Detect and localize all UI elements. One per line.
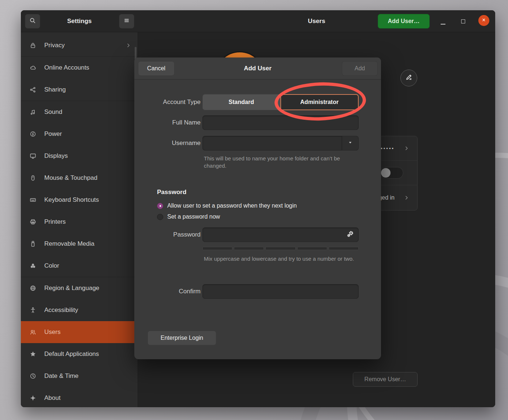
sidebar-item-label: Color <box>44 262 131 270</box>
sidebar-item-privacy[interactable]: Privacy <box>21 34 138 56</box>
username-hint: This will be used to name your home fold… <box>204 155 355 170</box>
sidebar-item-label: Sharing <box>44 86 131 93</box>
clock-icon <box>30 373 36 379</box>
strength-segment <box>329 247 359 250</box>
sidebar: PrivacyOnline AccountsSharingSoundPowerD… <box>21 32 138 407</box>
dropdown-arrow-icon <box>348 140 353 146</box>
strength-segment <box>234 247 264 250</box>
star-icon <box>30 351 36 357</box>
username-field[interactable] <box>202 136 342 150</box>
password-hint: Mix uppercase and lowercase and try to u… <box>204 255 355 263</box>
maximize-button[interactable] <box>461 19 465 23</box>
chevron-right-icon <box>404 146 409 151</box>
edit-avatar-button[interactable] <box>400 70 417 86</box>
sidebar-item-label: Default Applications <box>44 350 131 358</box>
sidebar-item-label: Users <box>44 328 131 336</box>
username-dropdown-button[interactable] <box>342 136 359 150</box>
confirm-label: Confirm <box>134 284 201 299</box>
standard-option[interactable]: Standard <box>202 94 280 110</box>
sidebar-item-label: Printers <box>44 218 131 226</box>
hamburger-menu-button[interactable] <box>119 14 134 29</box>
password-strength-meter <box>202 247 359 250</box>
radio-selected-icon <box>157 203 163 209</box>
strength-segment <box>202 247 232 250</box>
sidebar-item-sound[interactable]: Sound <box>21 101 138 123</box>
add-user-button[interactable]: Add User… <box>378 14 430 29</box>
accessibility-icon <box>30 307 36 313</box>
sidebar-item-label: About <box>44 394 131 402</box>
radio-set-now-label: Set a password now <box>167 213 220 220</box>
lock-icon <box>30 42 36 49</box>
username-combo <box>202 136 359 150</box>
sparkle-icon <box>30 395 36 401</box>
sidebar-item-label: Removable Media <box>44 240 131 248</box>
remove-user-button[interactable]: Remove User… <box>353 372 418 387</box>
enterprise-login-button[interactable]: Enterprise Login <box>147 331 216 345</box>
account-type-segmented-control: Standard Administrator <box>202 94 359 110</box>
display-icon <box>30 153 36 159</box>
radio-set-password-now[interactable]: Set a password now <box>157 213 220 220</box>
sidebar-item-label: Power <box>44 130 131 138</box>
page-title: Users <box>138 10 495 32</box>
gears-icon <box>346 230 354 239</box>
users-icon <box>30 329 36 335</box>
sidebar-item-about[interactable]: About <box>21 387 138 407</box>
sidebar-item-label: Displays <box>44 152 131 160</box>
chevron-right-icon <box>126 43 131 48</box>
chevron-right-icon <box>404 195 409 200</box>
sidebar-item-label: Online Accounts <box>44 64 131 71</box>
sidebar-item-accessibility[interactable]: Accessibility <box>21 299 138 321</box>
sidebar-item-label: Accessibility <box>44 306 131 314</box>
color-icon <box>30 263 36 269</box>
sidebar-item-users[interactable]: Users <box>21 321 138 343</box>
share-icon <box>30 86 36 93</box>
sidebar-item-online-accounts[interactable]: Online Accounts <box>21 57 138 79</box>
sidebar-item-displays[interactable]: Displays <box>21 145 138 167</box>
toggle-knob <box>381 168 391 178</box>
pencil-icon <box>405 74 412 82</box>
sidebar-item-keyboard-shortcuts[interactable]: Keyboard Shortcuts <box>21 189 138 211</box>
full-name-field[interactable] <box>202 115 359 130</box>
sidebar-item-label: Mouse & Touchpad <box>44 174 131 182</box>
sidebar-item-printers[interactable]: Printers <box>21 211 138 233</box>
password-field[interactable] <box>202 227 359 242</box>
dialog-header: Add User Cancel Add <box>134 57 381 79</box>
password-dots: ••••• <box>381 146 395 151</box>
headerbar: Settings Users Add User… × <box>21 10 495 32</box>
sidebar-item-power[interactable]: Power <box>21 123 138 145</box>
power-icon <box>30 131 36 137</box>
settings-window: Settings Users Add User… × PrivacyOnline… <box>21 10 495 407</box>
radio-unselected-icon <box>157 214 163 220</box>
generate-password-button[interactable] <box>345 230 355 240</box>
sidebar-item-region-language[interactable]: Region & Language <box>21 277 138 299</box>
hamburger-icon <box>123 17 130 25</box>
minimize-button[interactable] <box>441 24 445 25</box>
cancel-button[interactable]: Cancel <box>138 61 175 76</box>
close-button[interactable]: × <box>478 15 489 26</box>
sidebar-item-label: Keyboard Shortcuts <box>44 196 131 204</box>
sidebar-item-default-applications[interactable]: Default Applications <box>21 343 138 365</box>
strength-segment <box>265 247 295 250</box>
sidebar-item-color[interactable]: Color <box>21 255 138 277</box>
sidebar-item-mouse-touchpad[interactable]: Mouse & Touchpad <box>21 167 138 189</box>
note-icon <box>30 109 36 115</box>
strength-segment <box>297 247 327 250</box>
sidebar-item-label: Sound <box>44 108 131 116</box>
add-user-dialog: Add User Cancel Add Account Type Standar… <box>134 57 381 359</box>
sidebar-item-sharing[interactable]: Sharing <box>21 79 138 101</box>
globe-icon <box>30 285 36 291</box>
account-type-label: Account Type <box>134 94 201 110</box>
radio-next-login[interactable]: Allow user to set a password when they n… <box>157 202 297 209</box>
sidebar-item-removable-media[interactable]: Removable Media <box>21 233 138 255</box>
add-button[interactable]: Add <box>342 61 378 76</box>
keyboard-icon <box>30 197 36 203</box>
confirm-field[interactable] <box>202 284 359 299</box>
administrator-option[interactable]: Administrator <box>280 94 359 110</box>
sidebar-item-date-time[interactable]: Date & Time <box>21 365 138 387</box>
sidebar-item-label: Privacy <box>44 42 118 49</box>
radio-next-login-label: Allow user to set a password when they n… <box>167 202 297 209</box>
password-label: Password <box>134 227 201 242</box>
toggle-switch[interactable] <box>380 167 403 179</box>
usb-icon <box>30 241 36 247</box>
username-label: Username <box>134 136 201 150</box>
